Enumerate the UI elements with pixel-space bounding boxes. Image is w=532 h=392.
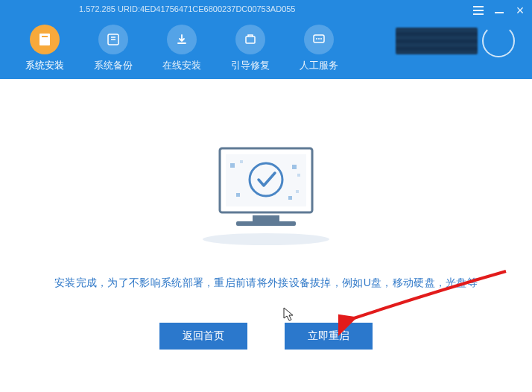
content-area: 安装完成，为了不影响系统部署，重启前请将外接设备拔掉，例如U盘，移动硬盘，光盘等… <box>0 79 532 350</box>
svg-rect-18 <box>297 174 300 177</box>
repair-icon <box>235 25 265 54</box>
close-button[interactable]: × <box>513 3 528 18</box>
nav-label: 在线安装 <box>162 59 201 72</box>
window-controls: × <box>471 3 528 18</box>
svg-rect-0 <box>39 34 50 45</box>
svg-point-8 <box>203 233 329 245</box>
svg-rect-19 <box>288 196 292 200</box>
svg-rect-15 <box>240 160 243 163</box>
nav-label: 系统备份 <box>94 59 133 72</box>
promo-area <box>396 24 519 58</box>
chat-icon <box>304 25 334 54</box>
svg-point-7 <box>320 38 322 39</box>
svg-rect-3 <box>246 37 255 43</box>
back-home-button[interactable]: 返回首页 <box>159 323 247 350</box>
install-icon <box>30 25 60 54</box>
svg-rect-11 <box>253 215 279 221</box>
svg-rect-20 <box>296 190 299 193</box>
nav-label: 引导修复 <box>231 59 270 72</box>
close-icon: × <box>516 4 525 17</box>
promo-blur <box>396 28 478 54</box>
minimize-button[interactable] <box>492 3 507 18</box>
promo-spinner-icon <box>482 25 515 57</box>
nav-online-install[interactable]: 在线安装 <box>148 25 216 72</box>
nav-boot-repair[interactable]: 引导修复 <box>216 25 285 72</box>
minimize-icon <box>495 12 504 13</box>
download-icon <box>167 25 197 54</box>
nav-label: 系统安装 <box>25 59 64 72</box>
header: 1.572.285 URID:4ED41756471CE6800237DC007… <box>0 0 532 79</box>
svg-rect-16 <box>236 193 240 197</box>
title-bar: 1.572.285 URID:4ED41756471CE6800237DC007… <box>0 0 532 18</box>
svg-point-6 <box>318 38 320 39</box>
svg-rect-14 <box>230 163 235 168</box>
svg-rect-17 <box>292 165 297 169</box>
nav-system-install[interactable]: 系统安装 <box>10 25 79 72</box>
success-illustration <box>184 127 348 247</box>
svg-point-5 <box>316 38 317 39</box>
restart-now-button[interactable]: 立即重启 <box>285 323 373 350</box>
svg-rect-12 <box>236 221 296 226</box>
svg-rect-1 <box>42 36 48 37</box>
version-text: 1.572.285 URID:4ED41756471CE6800237DC007… <box>79 4 296 13</box>
menu-button[interactable] <box>471 3 486 18</box>
nav-support[interactable]: 人工服务 <box>285 25 353 72</box>
completion-message: 安装完成，为了不影响系统部署，重启前请将外接设备拔掉，例如U盘，移动硬盘，光盘等 <box>15 276 517 290</box>
nav-system-backup[interactable]: 系统备份 <box>79 25 148 72</box>
button-row: 返回首页 立即重启 <box>15 323 517 350</box>
backup-icon <box>98 25 128 54</box>
nav-label: 人工服务 <box>300 59 338 72</box>
menu-icon <box>473 6 484 15</box>
